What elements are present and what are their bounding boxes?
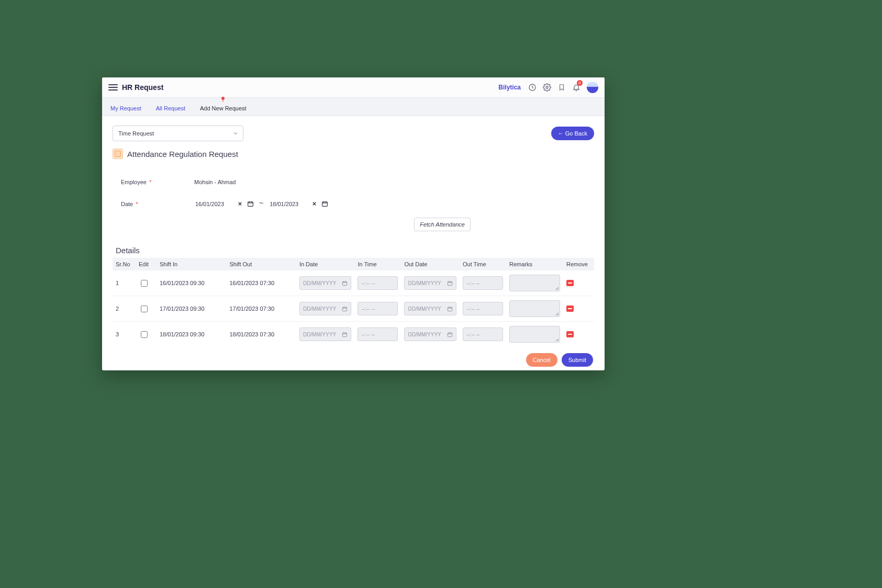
menu-icon[interactable] <box>108 83 118 92</box>
cell-shift-out: 17/01/2023 07:30 <box>226 296 296 322</box>
cell-shift-in: 17/01/2023 09:30 <box>157 296 226 322</box>
content-area: Time Request ← Go Back Attendance Regula… <box>102 116 605 370</box>
tab-add-new-request[interactable]: Add New Request <box>198 101 249 116</box>
form-card: Employee * Mohsin - Ahmad Date * <box>113 166 594 244</box>
svg-point-1 <box>546 86 548 88</box>
date-from-clear-icon[interactable] <box>237 201 243 208</box>
edit-checkbox[interactable] <box>141 280 148 287</box>
app-window: HR Request Bilytica 0 My Request All Req… <box>102 77 605 370</box>
cell-shift-out: 16/01/2023 07:30 <box>226 270 296 296</box>
employee-label: Employee * <box>121 179 194 185</box>
request-type-select[interactable]: Time Request <box>113 126 243 141</box>
svg-rect-7 <box>448 307 452 311</box>
in-time-input[interactable]: --:-- -- <box>358 276 398 290</box>
date-from[interactable] <box>194 200 254 208</box>
col-edit: Edit <box>136 258 157 270</box>
date-to-calendar-icon[interactable] <box>321 200 328 208</box>
in-date-input[interactable]: DD/MM/YYYY <box>299 302 352 315</box>
col-shift-out: Shift Out <box>226 258 296 270</box>
remarks-input[interactable] <box>509 326 560 343</box>
date-to-clear-icon[interactable] <box>311 201 317 208</box>
footer-actions: Cancel Submit <box>108 353 593 367</box>
col-in-date: In Date <box>296 258 355 270</box>
date-from-input[interactable] <box>194 200 233 208</box>
panel-title-icon <box>113 149 123 159</box>
cell-shift-in: 16/01/2023 09:30 <box>157 270 226 296</box>
date-to-input[interactable] <box>269 200 307 208</box>
cancel-button[interactable]: Cancel <box>526 353 557 367</box>
date-range-dash: ~ <box>259 199 263 207</box>
col-out-time: Out Time <box>460 258 506 270</box>
avatar[interactable] <box>587 82 598 93</box>
cell-sr: 3 <box>113 322 136 347</box>
remarks-input[interactable] <box>509 275 560 291</box>
table-row: 217/01/2023 09:3017/01/2023 07:30DD/MM/Y… <box>113 296 594 322</box>
cell-shift-out: 18/01/2023 07:30 <box>226 322 296 347</box>
svg-rect-5 <box>448 281 452 285</box>
date-label: Date * <box>121 201 194 207</box>
request-type-value: Time Request <box>118 130 154 137</box>
chevron-down-icon <box>232 130 239 137</box>
cell-shift-in: 18/01/2023 09:30 <box>157 322 226 347</box>
remarks-input[interactable] <box>509 300 560 317</box>
cell-sr: 2 <box>113 296 136 322</box>
details-table: Sr.No Edit Shift In Shift Out In Date In… <box>113 258 594 347</box>
go-back-button[interactable]: ← Go Back <box>551 127 594 140</box>
notification-badge: 0 <box>577 80 583 86</box>
company-name[interactable]: Bilytica <box>498 84 521 91</box>
edit-checkbox[interactable] <box>141 306 148 312</box>
cell-edit <box>136 270 157 296</box>
col-remarks: Remarks <box>506 258 563 270</box>
tab-my-request[interactable]: My Request <box>108 101 143 116</box>
panel-title: Attendance Regulation Request <box>113 149 594 159</box>
clock-icon[interactable] <box>527 82 538 93</box>
tab-all-request[interactable]: All Request <box>154 101 187 116</box>
cell-sr: 1 <box>113 270 136 296</box>
cell-edit <box>136 322 157 347</box>
bell-icon[interactable]: 0 <box>571 82 582 93</box>
in-time-input[interactable]: --:-- -- <box>358 327 398 341</box>
col-remove: Remove <box>563 258 594 270</box>
out-date-input[interactable]: DD/MM/YYYY <box>404 327 456 341</box>
svg-rect-6 <box>343 307 347 311</box>
col-sr: Sr.No <box>113 258 136 270</box>
remove-row-button[interactable] <box>566 280 574 286</box>
gear-icon[interactable] <box>541 82 553 93</box>
svg-rect-4 <box>343 281 347 285</box>
table-row: 318/01/2023 09:3018/01/2023 07:30DD/MM/Y… <box>113 322 594 347</box>
col-in-time: In Time <box>354 258 401 270</box>
tabs-bar: My Request All Request Add New Request <box>102 98 605 116</box>
topbar: HR Request Bilytica 0 <box>102 77 605 98</box>
fetch-attendance-button[interactable]: Fetch Attendance <box>414 218 471 231</box>
cell-edit <box>136 296 157 322</box>
svg-rect-8 <box>343 333 347 336</box>
out-time-input[interactable]: --:-- -- <box>463 276 503 290</box>
bookmark-icon[interactable] <box>556 82 567 93</box>
employee-value: Mohsin - Ahmad <box>194 179 236 185</box>
in-date-input[interactable]: DD/MM/YYYY <box>299 327 352 341</box>
col-out-date: Out Date <box>401 258 460 270</box>
out-date-input[interactable]: DD/MM/YYYY <box>404 302 456 315</box>
svg-rect-3 <box>322 201 328 206</box>
in-date-input[interactable]: DD/MM/YYYY <box>299 276 352 290</box>
remove-row-button[interactable] <box>566 331 574 337</box>
table-row: 116/01/2023 09:3016/01/2023 07:30DD/MM/Y… <box>113 270 594 296</box>
out-date-input[interactable]: DD/MM/YYYY <box>404 276 456 290</box>
out-time-input[interactable]: --:-- -- <box>463 302 503 315</box>
date-from-calendar-icon[interactable] <box>247 200 254 208</box>
details-title: Details <box>116 246 594 255</box>
remove-row-button[interactable] <box>566 306 574 312</box>
page-title: HR Request <box>122 83 163 92</box>
svg-rect-2 <box>248 201 253 206</box>
submit-button[interactable]: Submit <box>562 353 593 367</box>
edit-checkbox[interactable] <box>141 331 148 338</box>
date-to[interactable] <box>269 200 328 208</box>
svg-rect-9 <box>448 333 452 336</box>
out-time-input[interactable]: --:-- -- <box>463 327 503 341</box>
in-time-input[interactable]: --:-- -- <box>358 302 398 315</box>
col-shift-in: Shift In <box>157 258 226 270</box>
